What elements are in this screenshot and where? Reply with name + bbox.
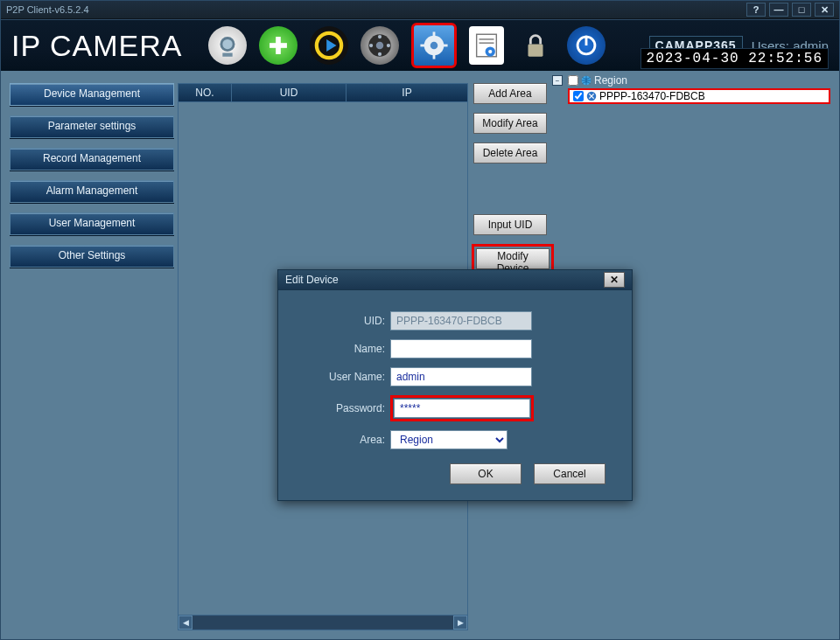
add-area-button[interactable]: Add Area [473, 83, 547, 104]
scroll-left-icon[interactable]: ◀ [178, 616, 192, 630]
svg-rect-18 [443, 45, 448, 47]
sidebar-item-alarm-management[interactable]: Alarm Management [10, 180, 174, 203]
maximize-button[interactable]: □ [792, 3, 811, 17]
dialog-titlebar[interactable]: Edit Device ✕ [278, 270, 632, 290]
play-icon[interactable] [310, 26, 348, 65]
sidebar-item-device-management[interactable]: Device Management [10, 83, 174, 106]
svg-point-23 [489, 50, 493, 53]
tree-device-checkbox[interactable] [573, 91, 584, 101]
close-button[interactable]: ✕ [815, 3, 834, 17]
user-name-input[interactable] [390, 367, 532, 386]
tree-root-checkbox[interactable] [568, 75, 578, 86]
sidebar-item-other-settings[interactable]: Other Settings [10, 245, 174, 268]
action-column: Add Area Modify Area Delete Area Input U… [472, 83, 549, 275]
power-icon[interactable] [567, 26, 606, 65]
ok-button[interactable]: OK [450, 463, 522, 484]
col-uid[interactable]: UID [232, 84, 346, 101]
tree-root-label: Region [594, 74, 627, 87]
log-icon[interactable] [469, 26, 504, 65]
svg-rect-2 [223, 53, 233, 57]
svg-rect-17 [421, 45, 426, 47]
lock-icon[interactable] [516, 26, 555, 65]
tree-collapse-icon[interactable]: − [552, 75, 563, 86]
svg-point-9 [378, 35, 382, 38]
scroll-right-icon[interactable]: ▶ [453, 616, 467, 630]
brand-label: IP CAMERA [11, 29, 182, 63]
sidebar-item-record-management[interactable]: Record Management [10, 148, 174, 170]
svg-rect-16 [433, 54, 436, 59]
name-label: Name: [304, 343, 385, 355]
delete-area-button[interactable]: Delete Area [473, 143, 547, 163]
password-label: Password: [304, 402, 385, 414]
tree-device-label: PPPP-163470-FDBCB [599, 90, 705, 102]
svg-point-12 [387, 44, 390, 47]
cancel-button[interactable]: Cancel [534, 463, 606, 484]
help-button[interactable]: ? [746, 3, 766, 17]
uid-label: UID: [304, 315, 385, 327]
main-toolbar: IP CAMERA [1, 19, 839, 72]
dialog-actions: OK Cancel [304, 463, 606, 484]
modify-device-button[interactable]: Modify Device [476, 248, 550, 269]
titlebar: P2P Client-v6.5.2.4 ? — □ ✕ [1, 1, 839, 19]
svg-point-8 [376, 42, 384, 50]
area-select[interactable]: Region [390, 430, 508, 449]
svg-point-11 [369, 44, 373, 47]
svg-rect-4 [270, 43, 288, 48]
edit-device-dialog: Edit Device ✕ UID: Name: User Name: Pass… [277, 269, 633, 501]
clock: 2023-04-30 22:52:56 [640, 48, 829, 69]
password-highlight [390, 395, 534, 421]
svg-marker-6 [327, 39, 337, 52]
tree-device-row[interactable]: PPPP-163470-FDBCB [568, 88, 830, 104]
add-icon[interactable] [259, 26, 298, 65]
col-ip[interactable]: IP [346, 84, 467, 101]
list-header: NO. UID IP [178, 83, 468, 102]
scroll-track[interactable] [192, 616, 453, 629]
col-no[interactable]: NO. [178, 84, 232, 101]
action-gap [472, 172, 549, 214]
app-window: P2P Client-v6.5.2.4 ? — □ ✕ IP CAMERA [0, 0, 840, 640]
settings-icon[interactable] [411, 23, 457, 68]
svg-point-10 [378, 52, 382, 56]
record-icon[interactable] [360, 26, 399, 65]
area-label: Area: [304, 434, 385, 446]
dialog-body: UID: Name: User Name: Password: Area: [278, 290, 632, 500]
sidebar-item-parameter-settings[interactable]: Parameter settings [10, 115, 174, 138]
sidebar: Device Management Parameter settings Rec… [10, 83, 172, 277]
svg-point-1 [223, 39, 233, 49]
camera-icon[interactable] [208, 26, 247, 65]
password-input[interactable] [394, 399, 530, 418]
name-input[interactable] [390, 339, 532, 358]
input-uid-button[interactable]: Input UID [473, 214, 547, 235]
svg-rect-15 [433, 31, 436, 37]
dialog-close-button[interactable]: ✕ [604, 272, 625, 288]
globe-icon [580, 74, 592, 87]
tree-root[interactable]: − Region [552, 74, 830, 87]
minimize-button[interactable]: — [769, 3, 788, 17]
window-title: P2P Client-v6.5.2.4 [6, 4, 89, 15]
user-name-label: User Name: [304, 371, 385, 383]
dialog-title: Edit Device [285, 274, 339, 286]
region-tree: − Region PPPP-163470-FDBCB [552, 74, 830, 104]
horizontal-scrollbar[interactable]: ◀ ▶ [178, 616, 468, 630]
uid-input [390, 311, 532, 330]
svg-point-14 [430, 42, 438, 50]
sidebar-item-user-management[interactable]: User Management [10, 212, 174, 235]
modify-area-button[interactable]: Modify Area [473, 113, 547, 134]
toolbar-icons [208, 23, 606, 68]
device-icon [585, 90, 598, 102]
svg-rect-24 [528, 45, 543, 57]
